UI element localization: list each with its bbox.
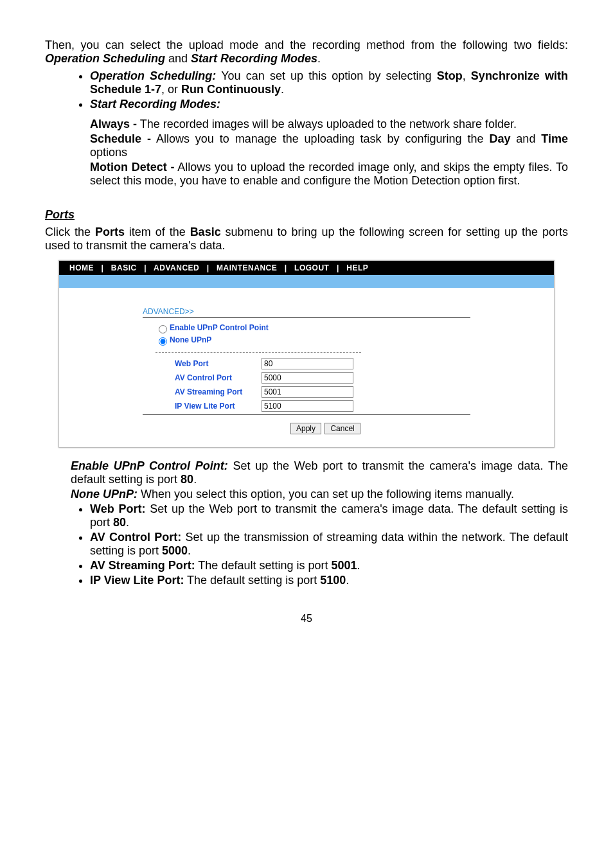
av-control-port-label: AV Control Port [175,373,262,382]
field-av-streaming-port: AV Streaming Port [175,386,554,398]
settings-panel: HOME | BASIC | ADVANCED | MAINTENANCE | … [58,260,555,448]
port-list: Web Port: Set up the Web port to transmi… [45,502,568,587]
intro-field1: Operation Scheduling [45,52,165,65]
mode-schedule: Schedule - Allows you to manage the uplo… [90,132,568,159]
button-row: Apply Cancel [290,423,554,434]
port-web-period: . [126,516,129,529]
opt-sep2: , or [161,83,181,96]
ports-link: Ports [95,226,125,238]
radio-none-upnp[interactable]: None UPnP [155,335,554,346]
radio-none-upnp-label: None UPnP [170,335,211,344]
port-avs-period: . [357,559,360,572]
mode-schedule-label: Schedule - [90,132,151,145]
ports-basic: Basic [190,226,221,238]
port-avs-val: 5001 [331,559,357,572]
mode-schedule-text1: Allows you to manage the uploading task … [151,132,489,145]
port-ipviewlite: IP View Lite Port: The default setting i… [90,574,568,587]
intro-text: Then, you can select the upload mode and… [45,39,568,51]
cancel-button[interactable]: Cancel [324,423,360,434]
options-list: Operation Scheduling: You can set up thi… [45,69,568,111]
opt-sep1: , [463,69,471,82]
opt-stop: Stop [437,69,463,82]
port-avcontrol: AV Control Port: Set up the transmission… [90,531,568,558]
apply-button[interactable]: Apply [290,423,321,434]
port-avstreaming: AV Streaming Port: The default setting i… [90,559,568,572]
field-ip-view-lite-port: IP View Lite Port [175,400,554,412]
radio-enable-upnp[interactable]: Enable UPnP Control Point [155,323,554,333]
divider-dash [155,352,361,353]
ip-view-lite-port-input[interactable] [262,400,353,412]
menu-bar[interactable]: HOME | BASIC | ADVANCED | MAINTENANCE | … [59,261,554,275]
panel-body: ADVANCED>> Enable UPnP Control Point Non… [59,288,554,447]
blue-bar [59,275,554,288]
opt-runcont: Run Continuously [181,83,281,96]
enable-upnp-port: 80 [181,473,193,486]
port-web: Web Port: Set up the Web port to transmi… [90,502,568,529]
field-web-port: Web Port [175,358,554,369]
enable-upnp-label: Enable UPnP Control Point: [71,459,233,472]
mode-schedule-and: and [516,132,541,145]
mode-always-text: The recorded images will be always uploa… [137,118,517,130]
ports-t2: item of the [125,226,190,238]
web-port-label: Web Port [175,359,262,368]
intro-paragraph: Then, you can select the upload mode and… [45,39,568,66]
field-av-control-port: AV Control Port [175,372,554,384]
none-upnp-text: When you select this option, you can set… [141,488,514,500]
radio-enable-upnp-input[interactable] [159,325,167,333]
port-avc-val: 5000 [162,544,188,557]
page-number: 45 [45,613,568,624]
av-control-port-input[interactable] [262,372,353,384]
divider-top [143,317,470,318]
opt-period: . [281,83,284,96]
recording-modes-block: Always - The recorded images will be alw… [90,118,568,188]
after-panel-text: Enable UPnP Control Point: Set up the We… [45,459,568,587]
none-upnp-label: None UPnP: [71,488,141,500]
ports-intro: Click the Ports item of the Basic submen… [45,226,568,252]
mode-always-label: Always - [90,118,137,130]
mode-always: Always - The recorded images will be alw… [90,118,568,131]
opt-sched-label: Operation Scheduling: [90,69,221,82]
port-ipv-text: The default setting is port [184,574,320,587]
port-web-label: Web Port: [90,502,145,515]
port-web-val: 80 [113,516,126,529]
web-port-input[interactable] [262,358,353,369]
port-web-text: Set up the Web port to transmit the came… [90,502,568,529]
option-scheduling: Operation Scheduling: You can set up thi… [90,69,568,96]
intro-sep: and [165,52,191,65]
port-avs-label: AV Streaming Port: [90,559,195,572]
breadcrumb: ADVANCED>> [143,307,554,316]
mode-schedule-time: Time [541,132,568,145]
mode-schedule-text2: options [90,146,127,159]
intro-period: . [317,52,321,65]
ports-t1: Click the [45,226,95,238]
section-title-ports: Ports [45,208,75,222]
enable-upnp-desc: Enable UPnP Control Point: Set up the We… [71,459,568,486]
av-streaming-port-label: AV Streaming Port [175,387,262,396]
opt-rec-label: Start Recording Modes: [90,98,220,111]
enable-upnp-period: . [193,473,197,486]
option-recording-modes: Start Recording Modes: [90,98,568,111]
port-avs-text: The default setting is port [195,559,332,572]
menu-items[interactable]: HOME | BASIC | ADVANCED | MAINTENANCE | … [69,263,368,272]
none-upnp-desc: None UPnP: When you select this option, … [71,488,568,501]
mode-motion: Motion Detect - Allows you to upload the… [90,161,568,188]
intro-field2: Start Recording Modes [191,52,317,65]
divider-bottom [143,414,470,415]
mode-schedule-day: Day [489,132,516,145]
ip-view-lite-port-label: IP View Lite Port [175,402,262,411]
av-streaming-port-input[interactable] [262,386,353,398]
port-ipv-val: 5100 [320,574,346,587]
radio-enable-upnp-label: Enable UPnP Control Point [170,323,269,332]
radio-none-upnp-input[interactable] [159,337,167,346]
mode-motion-label: Motion Detect - [90,161,175,173]
port-ipv-period: . [346,574,349,587]
opt-sched-text1: You can set up this option by selecting [221,69,436,82]
port-ipv-label: IP View Lite Port: [90,574,184,587]
port-avc-label: AV Control Port: [90,531,181,544]
port-avc-period: . [188,544,191,557]
